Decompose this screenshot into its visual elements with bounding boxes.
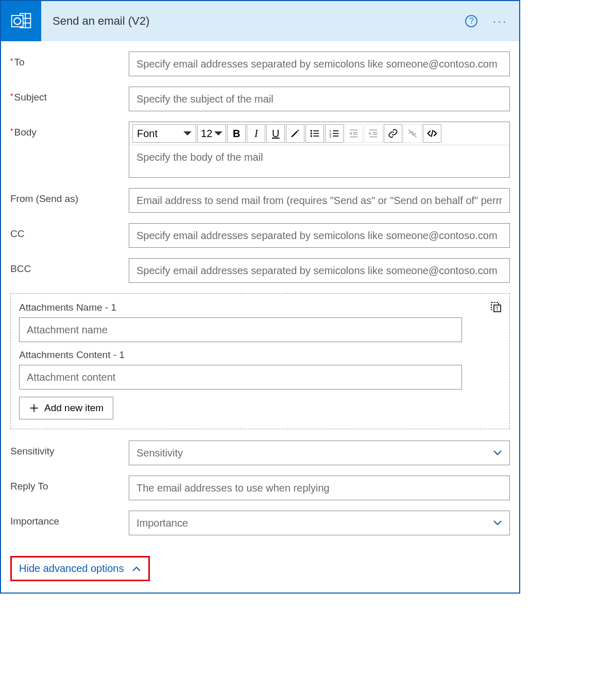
font-size-select[interactable]: 12 [197,124,226,143]
card-header: Send an email (V2) ? ··· [1,1,519,41]
numbered-list-button[interactable]: 123 [325,124,344,143]
importance-label: Importance [10,511,129,527]
action-card: Send an email (V2) ? ··· To Subject Body… [0,0,520,594]
outdent-button[interactable] [345,124,363,143]
card-body: To Subject Body Font 12 [1,41,519,551]
link-button[interactable] [384,124,402,143]
hide-advanced-options-toggle[interactable]: Hide advanced options [10,556,150,581]
svg-text:3: 3 [330,135,331,138]
card-title: Send an email (V2) [53,14,465,28]
sensitivity-label: Sensitivity [10,441,129,457]
color-picker-button[interactable] [286,124,304,143]
sensitivity-select[interactable]: Sensitivity [129,441,510,465]
attachment-name-label: Attachments Name - 1 [19,302,501,313]
editor-toolbar: Font 12 B I U [129,122,509,145]
add-new-item-button[interactable]: Add new item [19,397,113,419]
bcc-input[interactable] [129,258,510,283]
caret-down-icon [214,131,223,136]
to-input[interactable] [129,52,510,76]
body-editor: Font 12 B I U [129,122,510,178]
font-select-label: Font [137,128,158,140]
subject-input[interactable] [129,87,510,111]
svg-point-8 [311,135,312,137]
italic-button[interactable]: I [247,124,265,143]
svg-line-29 [432,130,433,137]
body-textarea[interactable]: Specify the body of the mail [129,145,509,177]
to-label: To [10,52,129,68]
add-new-item-label: Add new item [44,402,104,414]
body-label: Body [10,122,129,138]
importance-value: Importance [136,517,188,529]
help-icon[interactable]: ? [465,15,477,27]
svg-point-6 [311,130,312,131]
chevron-up-icon [132,566,141,572]
bullet-list-button[interactable] [305,124,324,143]
more-menu-icon[interactable]: ··· [493,15,508,27]
subject-label: Subject [10,87,129,103]
attachment-content-input[interactable] [19,365,462,390]
svg-marker-22 [350,132,352,136]
importance-select[interactable]: Importance [129,511,510,535]
attachments-zone: T Attachments Name - 1 Attachments Conte… [10,293,510,429]
underline-button[interactable]: U [266,124,285,143]
from-input[interactable] [129,188,510,213]
cc-label: CC [10,223,129,240]
svg-point-7 [311,132,312,134]
from-label: From (Send as) [10,188,129,205]
chevron-down-icon [493,450,502,456]
bold-button[interactable]: B [227,124,246,143]
font-size-value: 12 [201,128,212,140]
svg-marker-27 [369,132,371,136]
caret-down-icon [183,131,192,136]
replyto-input[interactable] [129,476,510,500]
svg-rect-4 [12,15,23,27]
unlink-button[interactable] [403,124,422,143]
font-select[interactable]: Font [132,124,196,143]
cc-input[interactable] [129,223,510,248]
code-view-button[interactable] [423,124,441,143]
outlook-icon [1,1,41,41]
advanced-options-label: Hide advanced options [19,563,124,574]
chevron-down-icon [493,520,502,526]
bcc-label: BCC [10,258,129,275]
sensitivity-value: Sensitivity [136,447,183,459]
switch-mode-icon[interactable]: T [490,301,502,313]
card-footer: Hide advanced options [1,551,519,593]
indent-button[interactable] [364,124,383,143]
attachment-name-input[interactable] [19,317,462,342]
attachment-content-label: Attachments Content - 1 [19,349,501,361]
replyto-label: Reply To [10,476,129,492]
svg-text:T: T [495,306,499,312]
plus-icon [29,403,39,413]
